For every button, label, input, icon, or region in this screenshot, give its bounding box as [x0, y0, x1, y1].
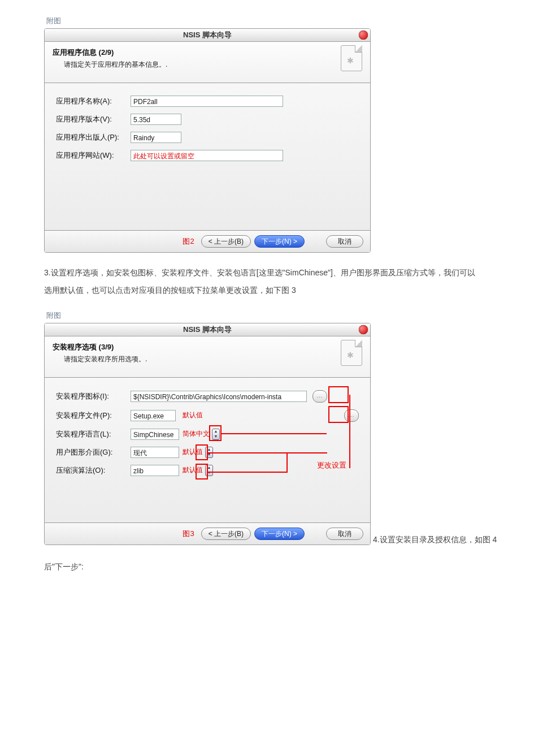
fig3-label: 图3 [183, 529, 194, 539]
dialog2-titlebar: NSIS 脚本向导 [45, 323, 370, 336]
dialog-install-options: NSIS 脚本向导 安装程序选项 (3/9) 请指定安装程序所用选项。. ✱ 安… [44, 323, 371, 545]
label-app-publisher: 应用程序出版人(P): [56, 132, 131, 142]
paragraph-step4: 4.设置安装目录及授权信息，如图 4 [373, 535, 497, 545]
caption-fig-1: 附图 [46, 16, 534, 26]
label-install-comp: 压缩演算法(O): [56, 465, 131, 476]
dialog2-subheading: 请指定安装程序所用选项。. [64, 355, 362, 364]
cancel-button[interactable]: 取消 [326, 235, 363, 248]
dialog1-form: 应用程序名称(A): PDF2all 应用程序版本(V): 5.35d 应用程序… [45, 83, 370, 230]
dialog2-title: NSIS 脚本向导 [183, 325, 232, 334]
label-app-website: 应用程序网站(W): [56, 150, 131, 161]
next-button[interactable]: 下一步(N) > [254, 235, 305, 248]
select-install-lang[interactable]: SimpChinese [131, 429, 179, 440]
label-install-gui: 用户图形介面(G): [56, 447, 131, 457]
dialog1-heading: 应用程序信息 (2/9) [53, 47, 362, 58]
caption-fig-2: 附图 [46, 310, 534, 321]
dialog2-heading: 安装程序选项 (3/9) [53, 342, 362, 352]
stepper-lang[interactable]: ▲▼ [212, 429, 220, 440]
annot-default-1: 默认值 [183, 411, 203, 420]
annot-lang-zh: 简体中文 [183, 429, 210, 439]
input-app-publisher[interactable]: Raindy [131, 132, 181, 143]
annot-default-3: 默认值 [183, 465, 203, 475]
page-icon: ✱ [341, 340, 362, 366]
input-app-version[interactable]: 5.35d [131, 114, 181, 125]
dialog1-header: 应用程序信息 (2/9) 请指定关于应用程序的基本信息。. ✱ [45, 42, 370, 83]
paragraph-step3: 3.设置程序选项，如安装包图标、安装程序文件、安装包语言[这里选"SimChin… [44, 264, 479, 299]
stepper-comp[interactable]: ▲▼ [205, 465, 213, 476]
dialog1-titlebar: NSIS 脚本向导 [45, 29, 370, 42]
back-button[interactable]: < 上一步(B) [201, 235, 251, 248]
label-app-version: 应用程序版本(V): [56, 114, 131, 124]
next-button[interactable]: 下一步(N) > [254, 528, 305, 540]
dialog1-title: NSIS 脚本向导 [183, 31, 232, 39]
dialog1-subheading: 请指定关于应用程序的基本信息。. [64, 60, 362, 70]
back-button[interactable]: < 上一步(B) [201, 528, 251, 540]
input-app-website[interactable]: 此处可以设置或留空 [131, 150, 283, 161]
dialog2-buttons: 图3 < 上一步(B) 下一步(N) > 取消 [45, 522, 370, 545]
select-install-comp[interactable]: zlib [131, 465, 179, 476]
dialog2-header: 安装程序选项 (3/9) 请指定安装程序所用选项。. ✱ [45, 336, 370, 378]
label-app-name: 应用程序名称(A): [56, 96, 131, 106]
dialog1-buttons: 图2 < 上一步(B) 下一步(N) > 取消 [45, 230, 370, 252]
page-icon: ✱ [341, 45, 362, 71]
paragraph-next: 后"下一步": [44, 562, 534, 572]
close-icon[interactable] [359, 325, 368, 334]
label-install-file: 安装程序文件(P): [56, 411, 131, 421]
label-install-lang: 安装程序语言(L): [56, 429, 131, 439]
cancel-button[interactable]: 取消 [326, 528, 363, 540]
dialog2-form: 安装程序图标(I): ${NSISDIR}\Contrib\Graphics\I… [45, 378, 370, 522]
input-install-icon[interactable]: ${NSISDIR}\Contrib\Graphics\Icons\modern… [131, 391, 307, 402]
browse-file-button[interactable]: ... [344, 409, 359, 422]
label-install-icon: 安装程序图标(I): [56, 391, 131, 401]
select-install-gui[interactable]: 现代 [131, 447, 179, 458]
stepper-gui[interactable]: ▲▼ [205, 447, 213, 458]
browse-icon-button[interactable]: ... [312, 390, 327, 403]
input-install-file[interactable]: Setup.exe [131, 410, 176, 421]
annot-default-2: 默认值 [183, 447, 203, 457]
input-app-name[interactable]: PDF2all [131, 96, 283, 107]
close-icon[interactable] [359, 31, 368, 40]
dialog-app-info: NSIS 脚本向导 应用程序信息 (2/9) 请指定关于应用程序的基本信息。. … [44, 28, 371, 253]
fig2-label: 图2 [183, 236, 194, 247]
